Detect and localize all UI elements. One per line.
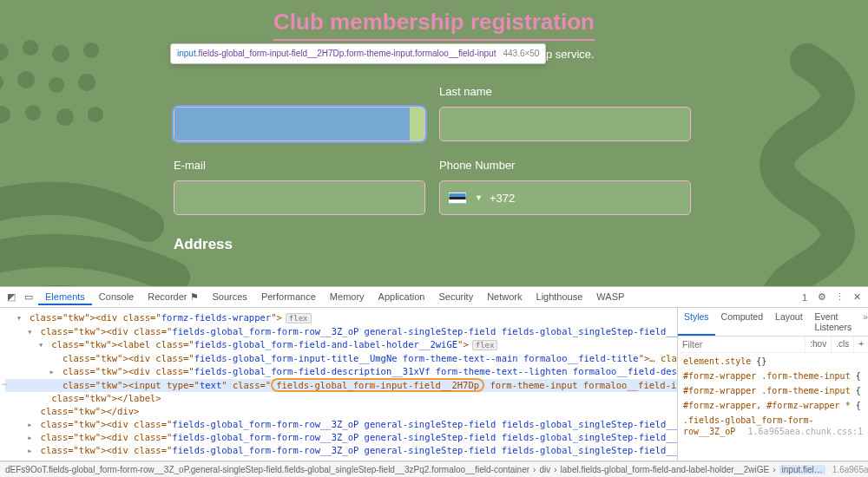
page-canvas: Club membership registration Complete th…	[0, 0, 868, 286]
devtools: ◩ ▭ ElementsConsoleRecorder ⚑SourcesPerf…	[0, 286, 868, 477]
input-phone[interactable]: ▼ +372	[439, 180, 691, 215]
phone-dial-code: +372	[490, 192, 515, 205]
devtools-tab-elements[interactable]: Elements	[38, 288, 92, 305]
svg-point-11	[88, 107, 103, 122]
input-last-name[interactable]	[439, 107, 691, 141]
devtools-panes: … ▾ class="tkw"><div class="formz-fields…	[0, 308, 868, 461]
dom-line[interactable]: class="tkw"></label>	[5, 392, 677, 405]
tooltip-tag: input	[177, 49, 196, 58]
flag-icon[interactable]	[449, 193, 466, 204]
devtools-tab-network[interactable]: Network	[480, 288, 529, 305]
input-first-name[interactable]	[174, 107, 425, 141]
field-last-name: Last name	[439, 85, 691, 141]
devtools-tab-wasp[interactable]: WASP	[589, 288, 631, 305]
devtools-tab-lighthouse[interactable]: Lighthouse	[529, 288, 590, 305]
dom-line[interactable]: ▸ class="tkw"><div class="fields-global_…	[5, 444, 677, 457]
styles-tabs: StylesComputedLayoutEvent Listeners»	[678, 308, 868, 337]
page-title: Club membership registration	[273, 9, 595, 41]
dom-line[interactable]: ▾ class="tkw"><div class="formz-fields-w…	[5, 311, 677, 325]
error-badge[interactable]: 1	[797, 292, 812, 303]
dom-line[interactable]: ▾ class="tkw"><div class="fields-global_…	[5, 325, 677, 338]
label-phone: Phone Number	[439, 159, 691, 172]
chevron-down-icon[interactable]: ▼	[475, 193, 483, 202]
tooltip-classes: .fields-global_form-input-field__2H7Dp.f…	[196, 49, 496, 58]
label-first-name	[174, 85, 425, 98]
devtools-tab-security[interactable]: Security	[431, 288, 480, 305]
kebab-icon[interactable]: ⋮	[832, 291, 847, 303]
inspect-icon[interactable]: ◩	[3, 291, 19, 303]
add-rule-icon[interactable]: +	[853, 337, 868, 352]
dom-line[interactable]: class="tkw"></div>	[5, 405, 677, 418]
device-icon[interactable]: ▭	[21, 291, 36, 303]
styles-filter-input[interactable]	[678, 337, 805, 352]
label-email: E-mail	[174, 159, 425, 172]
svg-point-7	[78, 74, 95, 91]
field-first-name: input.fields-global_form-input-field__2H…	[174, 85, 425, 141]
styles-more-icon[interactable]: »	[858, 308, 868, 336]
hov-toggle[interactable]: :hov	[805, 337, 831, 352]
devtools-tab-sources[interactable]: Sources	[206, 288, 254, 305]
dom-line[interactable]: class="tkw"><div class="fields-global_fo…	[5, 352, 677, 365]
styles-tab-computed[interactable]: Computed	[715, 308, 769, 336]
inspect-tooltip: input.fields-global_form-input-field__2H…	[170, 43, 546, 64]
input-email[interactable]	[174, 180, 425, 215]
svg-point-5	[17, 71, 35, 88]
svg-point-6	[49, 77, 64, 93]
styles-filterbar: :hov .cls +	[678, 337, 868, 353]
devtools-tab-recorder[interactable]: Recorder ⚑	[141, 288, 205, 305]
page-title-wrap: Club membership registration	[0, 0, 868, 41]
css-rules[interactable]: element.style {}#formz-wrapper .form-the…	[678, 353, 868, 443]
tooltip-dims: 443.6×50	[503, 49, 539, 58]
svg-point-10	[56, 108, 74, 126]
crumbs-source: 1.6a965aea.chunk.css:1	[832, 465, 868, 474]
styles-tab-eventlisteners[interactable]: Event Listeners	[809, 308, 858, 336]
svg-point-4	[0, 75, 3, 90]
styles-panel: StylesComputedLayoutEvent Listeners» :ho…	[677, 308, 868, 461]
dom-line[interactable]: class="tkw"><input type="text" class="fi…	[5, 379, 677, 392]
styles-tab-layout[interactable]: Layout	[769, 308, 809, 336]
field-phone: Phone Number ▼ +372	[439, 159, 691, 215]
svg-point-9	[25, 105, 41, 121]
dom-line[interactable]: ▸ class="tkw"><div class="fields-global_…	[5, 365, 677, 379]
devtools-tab-console[interactable]: Console	[92, 288, 141, 305]
devtools-tabbar: ◩ ▭ ElementsConsoleRecorder ⚑SourcesPerf…	[0, 287, 868, 308]
devtools-tab-performance[interactable]: Performance	[254, 288, 323, 305]
label-last-name: Last name	[439, 85, 691, 98]
devtools-tab-memory[interactable]: Memory	[323, 288, 372, 305]
registration-form: input.fields-global_form-input-field__2H…	[174, 85, 694, 253]
dom-line[interactable]: ▸ class="tkw"><div class="fields-global_…	[5, 418, 677, 431]
deco-swirl-right	[738, 43, 868, 286]
svg-point-8	[0, 106, 10, 123]
dom-line[interactable]: ▾ class="tkw"><label class="fields-globa…	[5, 338, 677, 352]
field-email: E-mail	[174, 159, 425, 215]
cls-toggle[interactable]: .cls	[831, 337, 853, 352]
gutter-ellipsis: …	[2, 376, 7, 389]
breadcrumb[interactable]: dEFs9OoT.fields-global_form-form-row__3Z…	[0, 461, 868, 477]
section-address: Address	[174, 236, 694, 253]
devtools-tab-application[interactable]: Application	[372, 288, 432, 305]
dom-line[interactable]: ▸ class="tkw"><div class="fields-global_…	[5, 431, 677, 444]
elements-panel[interactable]: … ▾ class="tkw"><div class="formz-fields…	[0, 308, 677, 461]
gear-icon[interactable]: ⚙	[814, 291, 830, 303]
styles-tab-styles[interactable]: Styles	[678, 308, 715, 336]
deco-brush-left	[0, 173, 191, 286]
close-icon[interactable]: ✕	[849, 291, 865, 303]
